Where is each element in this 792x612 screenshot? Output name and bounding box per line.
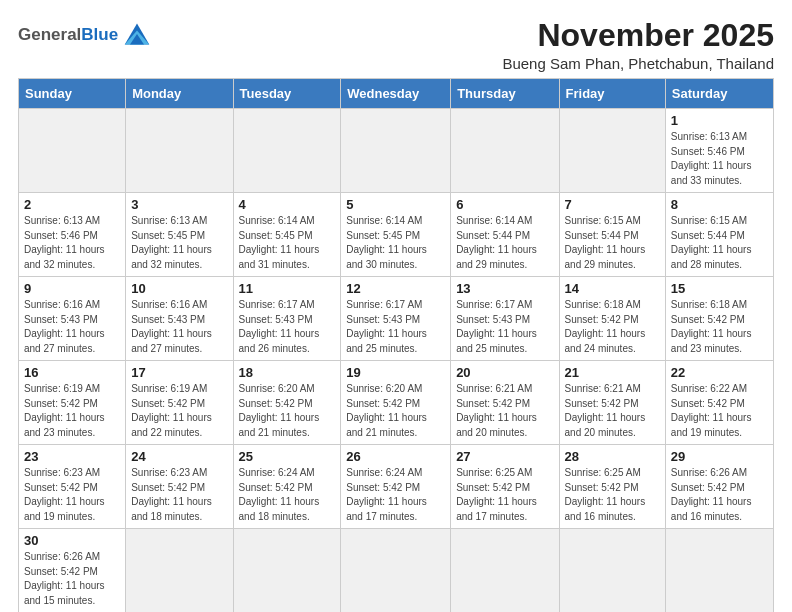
day-info: Sunrise: 6:23 AM Sunset: 5:42 PM Dayligh…	[131, 466, 227, 524]
logo-text: GeneralBlue	[18, 26, 118, 45]
calendar-cell	[451, 529, 559, 612]
calendar-cell: 9Sunrise: 6:16 AM Sunset: 5:43 PM Daylig…	[19, 277, 126, 361]
calendar-week-5: 30Sunrise: 6:26 AM Sunset: 5:42 PM Dayli…	[19, 529, 774, 612]
calendar-cell: 12Sunrise: 6:17 AM Sunset: 5:43 PM Dayli…	[341, 277, 451, 361]
day-number: 11	[239, 281, 336, 296]
day-info: Sunrise: 6:24 AM Sunset: 5:42 PM Dayligh…	[239, 466, 336, 524]
day-info: Sunrise: 6:15 AM Sunset: 5:44 PM Dayligh…	[565, 214, 660, 272]
calendar-week-0: 1Sunrise: 6:13 AM Sunset: 5:46 PM Daylig…	[19, 109, 774, 193]
calendar-cell: 22Sunrise: 6:22 AM Sunset: 5:42 PM Dayli…	[665, 361, 773, 445]
weekday-header-row: SundayMondayTuesdayWednesdayThursdayFrid…	[19, 79, 774, 109]
calendar-cell: 16Sunrise: 6:19 AM Sunset: 5:42 PM Dayli…	[19, 361, 126, 445]
calendar-cell	[451, 109, 559, 193]
calendar-cell: 10Sunrise: 6:16 AM Sunset: 5:43 PM Dayli…	[126, 277, 233, 361]
calendar-cell: 30Sunrise: 6:26 AM Sunset: 5:42 PM Dayli…	[19, 529, 126, 612]
day-number: 20	[456, 365, 553, 380]
calendar-cell: 8Sunrise: 6:15 AM Sunset: 5:44 PM Daylig…	[665, 193, 773, 277]
calendar-cell: 20Sunrise: 6:21 AM Sunset: 5:42 PM Dayli…	[451, 361, 559, 445]
day-info: Sunrise: 6:22 AM Sunset: 5:42 PM Dayligh…	[671, 382, 768, 440]
day-info: Sunrise: 6:15 AM Sunset: 5:44 PM Dayligh…	[671, 214, 768, 272]
day-number: 26	[346, 449, 445, 464]
page: GeneralBlue November 2025 Bueng Sam Phan…	[0, 0, 792, 612]
day-number: 7	[565, 197, 660, 212]
calendar-table: SundayMondayTuesdayWednesdayThursdayFrid…	[18, 78, 774, 612]
calendar-cell	[341, 529, 451, 612]
day-number: 5	[346, 197, 445, 212]
day-number: 12	[346, 281, 445, 296]
weekday-header-sunday: Sunday	[19, 79, 126, 109]
calendar-cell: 15Sunrise: 6:18 AM Sunset: 5:42 PM Dayli…	[665, 277, 773, 361]
calendar-cell: 26Sunrise: 6:24 AM Sunset: 5:42 PM Dayli…	[341, 445, 451, 529]
day-info: Sunrise: 6:20 AM Sunset: 5:42 PM Dayligh…	[346, 382, 445, 440]
calendar-cell	[126, 529, 233, 612]
weekday-header-wednesday: Wednesday	[341, 79, 451, 109]
day-info: Sunrise: 6:23 AM Sunset: 5:42 PM Dayligh…	[24, 466, 120, 524]
day-number: 25	[239, 449, 336, 464]
weekday-header-monday: Monday	[126, 79, 233, 109]
day-number: 3	[131, 197, 227, 212]
calendar-cell: 17Sunrise: 6:19 AM Sunset: 5:42 PM Dayli…	[126, 361, 233, 445]
calendar-cell	[233, 529, 341, 612]
day-number: 13	[456, 281, 553, 296]
day-number: 16	[24, 365, 120, 380]
day-info: Sunrise: 6:18 AM Sunset: 5:42 PM Dayligh…	[565, 298, 660, 356]
calendar-cell: 18Sunrise: 6:20 AM Sunset: 5:42 PM Dayli…	[233, 361, 341, 445]
calendar-cell: 25Sunrise: 6:24 AM Sunset: 5:42 PM Dayli…	[233, 445, 341, 529]
calendar-cell: 3Sunrise: 6:13 AM Sunset: 5:45 PM Daylig…	[126, 193, 233, 277]
calendar-cell	[126, 109, 233, 193]
day-info: Sunrise: 6:13 AM Sunset: 5:45 PM Dayligh…	[131, 214, 227, 272]
calendar-cell	[19, 109, 126, 193]
day-number: 6	[456, 197, 553, 212]
calendar-cell: 28Sunrise: 6:25 AM Sunset: 5:42 PM Dayli…	[559, 445, 665, 529]
weekday-header-saturday: Saturday	[665, 79, 773, 109]
calendar-week-1: 2Sunrise: 6:13 AM Sunset: 5:46 PM Daylig…	[19, 193, 774, 277]
logo-blue: Blue	[81, 25, 118, 44]
day-info: Sunrise: 6:25 AM Sunset: 5:42 PM Dayligh…	[456, 466, 553, 524]
day-info: Sunrise: 6:25 AM Sunset: 5:42 PM Dayligh…	[565, 466, 660, 524]
day-number: 2	[24, 197, 120, 212]
calendar-cell: 24Sunrise: 6:23 AM Sunset: 5:42 PM Dayli…	[126, 445, 233, 529]
day-info: Sunrise: 6:19 AM Sunset: 5:42 PM Dayligh…	[24, 382, 120, 440]
day-info: Sunrise: 6:17 AM Sunset: 5:43 PM Dayligh…	[346, 298, 445, 356]
day-info: Sunrise: 6:20 AM Sunset: 5:42 PM Dayligh…	[239, 382, 336, 440]
day-number: 23	[24, 449, 120, 464]
calendar-week-3: 16Sunrise: 6:19 AM Sunset: 5:42 PM Dayli…	[19, 361, 774, 445]
page-title: November 2025	[502, 18, 774, 53]
day-info: Sunrise: 6:16 AM Sunset: 5:43 PM Dayligh…	[24, 298, 120, 356]
day-info: Sunrise: 6:17 AM Sunset: 5:43 PM Dayligh…	[239, 298, 336, 356]
calendar-cell	[559, 109, 665, 193]
header: GeneralBlue November 2025 Bueng Sam Phan…	[18, 18, 774, 72]
day-info: Sunrise: 6:14 AM Sunset: 5:44 PM Dayligh…	[456, 214, 553, 272]
day-number: 22	[671, 365, 768, 380]
day-number: 1	[671, 113, 768, 128]
day-info: Sunrise: 6:14 AM Sunset: 5:45 PM Dayligh…	[239, 214, 336, 272]
day-info: Sunrise: 6:21 AM Sunset: 5:42 PM Dayligh…	[565, 382, 660, 440]
day-info: Sunrise: 6:17 AM Sunset: 5:43 PM Dayligh…	[456, 298, 553, 356]
logo-icon	[121, 20, 153, 48]
day-number: 10	[131, 281, 227, 296]
day-number: 19	[346, 365, 445, 380]
day-number: 4	[239, 197, 336, 212]
day-info: Sunrise: 6:13 AM Sunset: 5:46 PM Dayligh…	[671, 130, 768, 188]
day-number: 30	[24, 533, 120, 548]
calendar-cell: 21Sunrise: 6:21 AM Sunset: 5:42 PM Dayli…	[559, 361, 665, 445]
day-info: Sunrise: 6:26 AM Sunset: 5:42 PM Dayligh…	[671, 466, 768, 524]
weekday-header-friday: Friday	[559, 79, 665, 109]
logo-general: General	[18, 25, 81, 44]
calendar-cell: 2Sunrise: 6:13 AM Sunset: 5:46 PM Daylig…	[19, 193, 126, 277]
logo: GeneralBlue	[18, 22, 153, 48]
calendar-week-4: 23Sunrise: 6:23 AM Sunset: 5:42 PM Dayli…	[19, 445, 774, 529]
calendar-cell	[233, 109, 341, 193]
day-number: 27	[456, 449, 553, 464]
weekday-header-thursday: Thursday	[451, 79, 559, 109]
day-number: 24	[131, 449, 227, 464]
calendar-cell	[665, 529, 773, 612]
day-number: 15	[671, 281, 768, 296]
calendar-cell: 13Sunrise: 6:17 AM Sunset: 5:43 PM Dayli…	[451, 277, 559, 361]
day-info: Sunrise: 6:19 AM Sunset: 5:42 PM Dayligh…	[131, 382, 227, 440]
day-number: 18	[239, 365, 336, 380]
title-block: November 2025 Bueng Sam Phan, Phetchabun…	[502, 18, 774, 72]
day-info: Sunrise: 6:18 AM Sunset: 5:42 PM Dayligh…	[671, 298, 768, 356]
calendar-week-2: 9Sunrise: 6:16 AM Sunset: 5:43 PM Daylig…	[19, 277, 774, 361]
day-info: Sunrise: 6:16 AM Sunset: 5:43 PM Dayligh…	[131, 298, 227, 356]
